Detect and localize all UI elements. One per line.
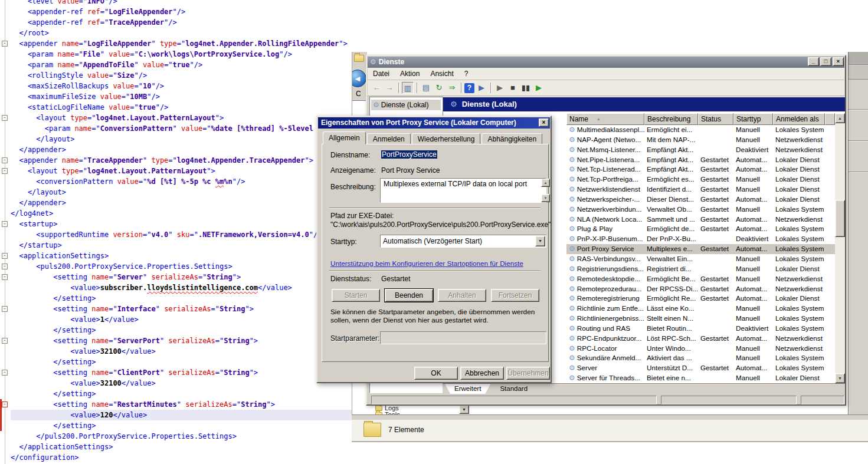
- restart-service-icon[interactable]: ▶: [533, 82, 545, 94]
- fold-toggle-icon[interactable]: -: [2, 115, 8, 121]
- service-row[interactable]: ⚙Remoteprozedurau...Der RPCSS-Di...Gesta…: [566, 284, 835, 294]
- code-lines[interactable]: <level value="INFO"/> <appender-ref ref=…: [11, 0, 352, 463]
- maximize-icon[interactable]: □: [820, 57, 831, 66]
- scroll-up-icon[interactable]: ▲: [835, 113, 845, 123]
- service-row[interactable]: ⚙Netzwerkspeicher-...Dieser Dienst...Ges…: [566, 195, 835, 205]
- service-row[interactable]: ⚙Port Proxy ServiceMultiplexes e...Gesta…: [566, 244, 835, 254]
- service-row[interactable]: ⚙Remotedesktopdie...Ermöglicht Be...Gest…: [566, 274, 835, 284]
- services-table[interactable]: ⚙Multimediaklassenpl...Ermöglicht ei...M…: [566, 125, 835, 383]
- properties-dialog[interactable]: Eigenschaften von Port Proxy Service (Lo…: [316, 116, 552, 383]
- service-row[interactable]: ⚙Routing und RASBietet Routin...Deaktivi…: [566, 324, 835, 334]
- table-header[interactable]: Name▲BeschreibungStatusStarttypAnmelden …: [566, 113, 835, 125]
- tab-erweitert[interactable]: Erweitert: [445, 384, 490, 394]
- close-icon[interactable]: ×: [833, 57, 844, 66]
- service-row[interactable]: ⚙Registrierungsdiens...Registriert di...…: [566, 264, 835, 274]
- view-tabs[interactable]: ErweitertStandard: [443, 383, 845, 394]
- service-row[interactable]: ⚙RAS-Verbindungsv...Verwaltet Ein...Manu…: [566, 254, 835, 264]
- menu-item-item[interactable]: ?: [459, 68, 474, 80]
- column-header-beschreibung[interactable]: Beschreibung: [644, 113, 698, 125]
- service-row[interactable]: ⚙Richtlinienergebniss...Stellt einen N..…: [566, 314, 835, 324]
- export-list-icon[interactable]: ⇒: [446, 82, 458, 94]
- fold-toggle-icon[interactable]: -: [2, 221, 8, 227]
- service-row[interactable]: ⚙Plug & PlayErmöglicht de...GestartetAut…: [566, 224, 835, 234]
- ok-button[interactable]: OK: [414, 367, 458, 380]
- address-bar-fragment[interactable]: C: [356, 90, 361, 98]
- service-row[interactable]: ⚙Net.Tcp-Portfreiga...Ermöglicht es...Ge…: [566, 175, 835, 185]
- service-row[interactable]: ⚙RemoteregistrierungErmöglicht Re...Gest…: [566, 294, 835, 304]
- startoptionen-link[interactable]: Unterstützung beim Konfigurieren der Sta…: [330, 259, 523, 267]
- starttyp-select[interactable]: Automatisch (Verzögerter Start) ▼: [380, 235, 546, 248]
- service-row[interactable]: ⚙Server für Threads...Bietet eine n...Ma…: [566, 373, 835, 383]
- service-row[interactable]: ⚙PnP-X-IP-Busenum...Der PnP-X-Bu...Deakt…: [566, 234, 835, 244]
- fold-toggle-icon[interactable]: -: [2, 264, 8, 269]
- toolbar[interactable]: ←→▥▤↻⇒?▶▶■▮▮▶: [368, 80, 844, 96]
- service-row[interactable]: ⚙Net.Msmq-Listener...Empfängt Akt...Deak…: [566, 145, 835, 155]
- menu-item-aktion[interactable]: Aktion: [395, 68, 425, 80]
- fold-toggle-icon[interactable]: -: [2, 338, 8, 344]
- service-row[interactable]: ⚙Multimediaklassenpl...Ermöglicht ei...M…: [566, 125, 835, 135]
- back-button[interactable]: ◀: [352, 70, 366, 87]
- vertical-scrollbar[interactable]: ▲ ▼: [835, 113, 845, 383]
- service-cell: Lokales System: [773, 363, 825, 373]
- fold-toggle-icon[interactable]: -: [2, 306, 8, 312]
- dialog-titlebar[interactable]: Eigenschaften von Port Proxy Service (Lo…: [318, 117, 550, 129]
- beschreibung-field[interactable]: Multiplexes external TCP/IP data on loca…: [380, 178, 546, 203]
- menu-item-datei[interactable]: Datei: [368, 68, 395, 80]
- fold-toggle-icon[interactable]: -: [2, 274, 8, 280]
- tab-wiederherstellung[interactable]: Wiederherstellung: [412, 133, 481, 144]
- fold-toggle-icon[interactable]: -: [2, 253, 8, 259]
- service-row[interactable]: ⚙NetzwerklistendienstIdentifiziert d...G…: [566, 185, 835, 195]
- tab-standard[interactable]: Standard: [490, 384, 537, 394]
- refresh-icon[interactable]: ↻: [433, 82, 445, 94]
- dialog-tabs[interactable]: AllgemeinAnmeldenWiederherstellungAbhäng…: [323, 131, 543, 144]
- fold-toggle-icon[interactable]: -: [2, 168, 8, 174]
- beenden-button[interactable]: Beenden: [385, 289, 433, 302]
- abbrechen-button[interactable]: Abbrechen: [460, 367, 504, 380]
- fold-toggle-icon[interactable]: -: [2, 41, 8, 47]
- code-editor[interactable]: ------------ <level value="INFO"/> <appe…: [0, 0, 366, 464]
- minimize-icon[interactable]: _: [808, 57, 819, 66]
- scrollbar-thumb[interactable]: [835, 200, 845, 237]
- properties-icon[interactable]: ▤: [420, 82, 432, 94]
- service-row[interactable]: ⚙Netzwerkverbindun...Verwaltet Ob...Gest…: [566, 205, 835, 215]
- tab-anmelden[interactable]: Anmelden: [367, 133, 411, 144]
- scroll-up-icon[interactable]: ▲: [541, 179, 550, 187]
- service-row[interactable]: ⚙RPC-LocatorUnter Windo...ManuellNetzwer…: [566, 344, 835, 354]
- scroll-down-icon[interactable]: ▼: [541, 194, 550, 202]
- service-row[interactable]: ⚙NAP-Agent (Netwo...Mit dem NAP-...Manue…: [566, 135, 835, 145]
- service-row[interactable]: ⚙NLA (Network Loca...Sammelt und ...Gest…: [566, 215, 835, 225]
- start-service-icon[interactable]: ▶: [494, 82, 506, 94]
- menu-item-ansicht[interactable]: Ansicht: [425, 68, 458, 80]
- tree-item-dienste-lokal[interactable]: ⚙Dienste (Lokal): [371, 100, 441, 110]
- scroll-down-icon[interactable]: ▼: [835, 373, 845, 383]
- menu-bar[interactable]: DateiAktionAnsicht?: [368, 68, 844, 80]
- pause-service-icon[interactable]: ▮▮: [520, 82, 532, 94]
- service-row[interactable]: ⚙RPC-Endpunktzuor...Löst RPC-Sch...Gesta…: [566, 334, 835, 344]
- column-header-status[interactable]: Status: [698, 113, 733, 125]
- help-icon[interactable]: ?: [464, 83, 474, 93]
- back-icon[interactable]: ←: [371, 82, 382, 94]
- service-row[interactable]: ⚙Richtlinie zum Entfe...Lässt eine Ko...…: [566, 304, 835, 314]
- service-row[interactable]: ⚙ServerUnterstützt D...GestartetAutomat.…: [566, 363, 835, 373]
- forward-icon[interactable]: →: [384, 82, 395, 94]
- tab-allgemein[interactable]: Allgemein: [323, 131, 366, 144]
- column-header-starttyp[interactable]: Starttyp: [733, 113, 773, 125]
- fold-gutter[interactable]: ------------: [0, 0, 10, 464]
- column-header-anmelden-als[interactable]: Anmelden als: [773, 113, 825, 125]
- window-titlebar[interactable]: ⚙Dienste: [368, 57, 844, 68]
- tab-abh-ngigkeiten[interactable]: Abhängigkeiten: [482, 133, 542, 144]
- stop-service-icon[interactable]: ■: [507, 82, 519, 94]
- service-row[interactable]: ⚙Sekundäre Anmeld...Aktiviert das ...Man…: [566, 353, 835, 363]
- fold-toggle-icon[interactable]: -: [2, 370, 8, 376]
- fold-toggle-icon[interactable]: -: [2, 402, 8, 407]
- chevron-down-icon[interactable]: ▼: [535, 236, 545, 246]
- service-row[interactable]: ⚙Net.Pipe-Listenera...Empfängt Akt...Ges…: [566, 155, 835, 165]
- dropdown-button[interactable]: ▼: [459, 405, 469, 414]
- dienstname-value[interactable]: PortProxyService: [381, 150, 437, 159]
- close-icon[interactable]: ×: [539, 119, 549, 127]
- fold-toggle-icon[interactable]: -: [2, 157, 8, 163]
- show-console-tree-icon[interactable]: ▥: [402, 82, 414, 94]
- service-row[interactable]: ⚙Net.Tcp-Listenerad...Empfängt Akt...Ges…: [566, 164, 835, 175]
- extended-view-icon[interactable]: ▶: [476, 82, 487, 94]
- column-header-name[interactable]: Name▲: [566, 113, 644, 125]
